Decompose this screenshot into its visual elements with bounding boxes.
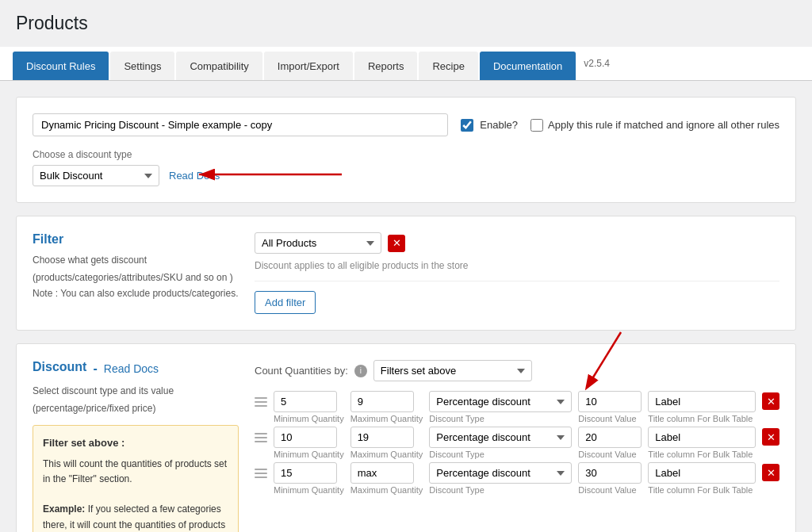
min-qty-label-0: Minimum Quantity [274, 414, 344, 423]
label-col-0: Title column For Bulk Table [648, 391, 756, 423]
min-qty-input-0[interactable] [274, 391, 337, 412]
discount-type-sel-0[interactable]: Percentage discount Price discount Fixed… [429, 391, 572, 412]
discount-card: Discount - Read Docs Select discount typ… [16, 343, 796, 532]
discount-val-col-0: Discount Value [578, 391, 642, 423]
count-label: Count Quantities by: [255, 365, 348, 377]
filter-desc1: Choose what gets discount [33, 253, 239, 267]
discount-val-label-1: Discount Value [578, 450, 642, 459]
discount-section-title: Discount [33, 360, 86, 374]
min-qty-input-2[interactable] [274, 462, 337, 484]
version-badge: v2.5.4 [584, 58, 610, 69]
read-docs-link[interactable]: Read Docs [169, 170, 220, 182]
tab-import-export[interactable]: Import/Export [264, 52, 353, 80]
discount-val-input-0[interactable] [578, 391, 642, 412]
max-qty-label-0: Maximum Quantity [350, 414, 423, 423]
info-box-title: Filter set above : [43, 435, 228, 452]
enable-label: Enable? [480, 119, 518, 131]
min-qty-label-1: Minimum Quantity [274, 450, 344, 459]
label-input-0[interactable] [648, 391, 756, 412]
min-qty-col-2: Minimum Quantity [274, 462, 344, 495]
min-qty-col-1: Minimum Quantity [274, 427, 344, 459]
min-qty-input-1[interactable] [274, 427, 337, 448]
filter-info-box: Filter set above : This will count the q… [33, 425, 239, 532]
max-qty-col-1: Maximum Quantity [350, 427, 423, 459]
label-input-2[interactable] [648, 462, 756, 484]
enable-checkbox[interactable] [461, 119, 473, 132]
drag-handle-1[interactable] [255, 427, 267, 442]
drag-handle-2[interactable] [255, 462, 267, 478]
discount-type-select[interactable]: Bulk Discount Simple Discount Buy X Get … [33, 165, 159, 186]
tab-compatibility[interactable]: Compatibility [176, 52, 262, 80]
max-qty-col-2: Maximum Quantity [350, 462, 423, 495]
rule-name-card: Enable? Apply this rule if matched and i… [16, 97, 796, 203]
discount-type-label-1: Discount Type [429, 450, 572, 459]
label-col-label-2: Title column For Bulk Table [648, 485, 756, 495]
discount-type-col-0: Percentage discount Price discount Fixed… [429, 391, 572, 423]
filter-note-left: Note : You can also exclude products/cat… [33, 288, 239, 299]
filter-card: Filter Choose what gets discount (produc… [16, 216, 796, 331]
discount-row-0: Minimum Quantity Maximum Quantity Percen… [255, 391, 779, 423]
discount-type-label: Choose a discount type [33, 149, 779, 160]
filter-desc2: (products/categories/attributes/SKU and … [33, 270, 239, 285]
min-qty-label-2: Minimum Quantity [274, 485, 344, 495]
rule-name-input[interactable] [33, 113, 448, 136]
discount-type-label-2: Discount Type [429, 485, 572, 495]
discount-row-1: Minimum Quantity Maximum Quantity Percen… [255, 427, 779, 459]
ignore-rule-label: Apply this rule if matched and ignore al… [548, 119, 779, 131]
info-box-body: This will count the quantities of produc… [43, 457, 228, 487]
filter-type-select[interactable]: All Products Specific Products Specific … [255, 232, 381, 254]
tab-reports[interactable]: Reports [354, 52, 418, 80]
label-input-1[interactable] [648, 427, 756, 448]
discount-val-label-0: Discount Value [578, 414, 642, 423]
discount-type-col-2: Percentage discount Price discount Fixed… [429, 462, 572, 495]
ignore-rule-checkbox[interactable] [530, 119, 543, 132]
discount-val-input-2[interactable] [578, 462, 642, 484]
max-qty-label-2: Maximum Quantity [350, 485, 423, 495]
count-info-icon[interactable]: i [354, 365, 367, 377]
discount-row-2: Minimum Quantity Maximum Quantity Percen… [255, 462, 779, 495]
info-box-example-label: Example: [43, 503, 85, 515]
label-col-2: Title column For Bulk Table [648, 462, 756, 495]
discount-val-col-1: Discount Value [578, 427, 642, 459]
discount-type-col-1: Percentage discount Price discount Fixed… [429, 427, 572, 459]
row-remove-button-2[interactable]: ✕ [762, 464, 779, 481]
row-remove-button-0[interactable]: ✕ [762, 392, 779, 410]
label-col-1: Title column For Bulk Table [648, 427, 756, 459]
discount-val-col-2: Discount Value [578, 462, 642, 495]
label-col-label-0: Title column For Bulk Table [648, 414, 756, 423]
filter-remove-button[interactable]: ✕ [388, 235, 405, 252]
drag-handle-0[interactable] [255, 391, 267, 407]
discount-rows-container: Minimum Quantity Maximum Quantity Percen… [255, 391, 779, 495]
max-qty-col-0: Maximum Quantity [350, 391, 423, 423]
discount-read-docs-link[interactable]: Read Docs [104, 362, 159, 375]
add-filter-button[interactable]: Add filter [255, 291, 316, 314]
tab-documentation[interactable]: Documentation [480, 52, 576, 80]
max-qty-input-0[interactable] [350, 391, 414, 412]
discount-subtitle2: (percentage/price/fixed price) [33, 401, 239, 415]
discount-val-label-2: Discount Value [578, 485, 642, 495]
min-qty-col-0: Minimum Quantity [274, 391, 344, 423]
discount-val-input-1[interactable] [578, 427, 642, 448]
discount-type-label-0: Discount Type [429, 414, 572, 423]
filter-applies-note: Discount applies to all eligible product… [255, 260, 779, 271]
max-qty-label-1: Maximum Quantity [350, 450, 423, 459]
tab-settings[interactable]: Settings [110, 52, 174, 80]
max-qty-input-2[interactable] [350, 462, 414, 484]
max-qty-input-1[interactable] [350, 427, 414, 448]
discount-type-sel-1[interactable]: Percentage discount Price discount Fixed… [429, 427, 572, 448]
tabs-bar: Discount Rules Settings Compatibility Im… [0, 47, 812, 81]
page-title: Products [16, 13, 796, 34]
count-quantities-select[interactable]: Filters set above All Products Per Produ… [373, 360, 532, 381]
filter-title: Filter [33, 232, 239, 247]
discount-type-sel-2[interactable]: Percentage discount Price discount Fixed… [429, 462, 572, 484]
discount-subtitle1: Select discount type and its value [33, 384, 239, 398]
tab-discount-rules[interactable]: Discount Rules [13, 52, 109, 80]
row-remove-button-1[interactable]: ✕ [762, 428, 779, 446]
tab-recipe[interactable]: Recipe [419, 52, 477, 80]
label-col-label-1: Title column For Bulk Table [648, 450, 756, 459]
